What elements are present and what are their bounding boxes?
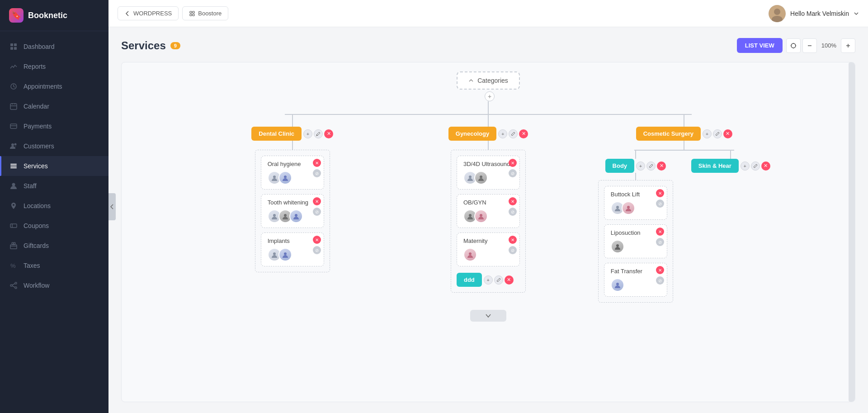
center-view-button[interactable] [786, 38, 801, 53]
tooth-whitening-actions: ✕ ⊘ [313, 197, 321, 216]
obgyn-disable-btn[interactable]: ⊘ [509, 208, 517, 216]
liposuction-delete-btn[interactable]: ✕ [656, 228, 664, 236]
body-delete-btn[interactable]: ✕ [657, 161, 666, 171]
dental-category-tag[interactable]: Dental Clinic [251, 127, 302, 141]
implants-disable-btn[interactable]: ⊘ [313, 246, 321, 254]
skin-edit-btn[interactable] [751, 161, 760, 171]
tree-canvas[interactable]: Categories + [121, 62, 855, 402]
sidebar-item-label: Customers [24, 142, 54, 150]
cosmetic-edit-btn[interactable] [713, 129, 722, 138]
maternity-title: Maternity [463, 237, 513, 244]
wordpress-btn[interactable]: WORDPRESS [118, 6, 179, 20]
zoom-in-button[interactable] [841, 38, 855, 53]
sidebar-item-label: Staff [24, 182, 37, 190]
buttock-delete-btn[interactable]: ✕ [656, 189, 664, 197]
oral-hygiene-delete-btn[interactable]: ✕ [313, 159, 321, 167]
wordpress-label: WORDPRESS [133, 10, 172, 17]
sidebar-item-label: Calendar [24, 103, 49, 110]
skin-tag[interactable]: Skin & Hear [691, 159, 739, 173]
cosmetic-add-btn[interactable]: + [703, 129, 712, 138]
page-title-row: Services 9 [121, 39, 180, 52]
cosmetic-category-tag[interactable]: Cosmetic Surgery [636, 127, 701, 141]
buttock-disable-btn[interactable]: ⊘ [656, 199, 664, 208]
gynecology-delete-btn[interactable]: ✕ [519, 129, 528, 138]
plus-icon [845, 43, 851, 48]
ultrasound-delete-btn[interactable]: ✕ [509, 159, 517, 167]
ultrasound-card: 3D/4D Ultrasound [457, 156, 520, 190]
boostore-btn[interactable]: Boostore [182, 6, 228, 20]
sidebar-item-services[interactable]: Services [0, 156, 108, 176]
maternity-disable-btn[interactable]: ⊘ [509, 246, 517, 254]
sidebar-item-dashboard[interactable]: Dashboard [0, 37, 108, 57]
logo-area: 🔖 Booknetic [0, 0, 108, 31]
ultrasound-title: 3D/4D Ultrasound [463, 161, 513, 167]
sidebar-item-payments[interactable]: Payments [0, 116, 108, 136]
implants-delete-btn[interactable]: ✕ [313, 236, 321, 244]
list-view-button[interactable]: LIST VIEW [737, 38, 783, 53]
fat-transfer-disable-btn[interactable]: ⊘ [656, 276, 664, 285]
sidebar-item-label: Locations [24, 202, 51, 209]
buttock-lift-title: Buttock Lift [611, 191, 660, 198]
body-add-btn[interactable]: + [636, 161, 645, 171]
sidebar-item-appointments[interactable]: Appointments [0, 76, 108, 96]
tooth-whitening-delete-btn[interactable]: ✕ [313, 197, 321, 205]
svg-point-48 [469, 176, 472, 178]
skin-delete-btn[interactable]: ✕ [761, 161, 770, 171]
svg-text:%: % [10, 262, 16, 269]
body-tag[interactable]: Body [605, 159, 635, 173]
maternity-delete-btn[interactable]: ✕ [509, 236, 517, 244]
zoom-out-button[interactable] [802, 38, 817, 53]
sidebar-item-taxes[interactable]: % Taxes [0, 256, 108, 275]
sidebar-item-reports[interactable]: Reports [0, 57, 108, 76]
categories-root-node[interactable]: Categories [457, 71, 520, 90]
tooth-whitening-disable-btn[interactable]: ⊘ [313, 208, 321, 216]
body-edit-btn[interactable] [646, 161, 656, 171]
dental-delete-btn[interactable]: ✕ [324, 129, 333, 138]
sidebar-item-workflow[interactable]: Workflow [0, 275, 108, 295]
gynecology-category-tag[interactable]: Gynecology [448, 127, 496, 141]
root-add-button[interactable]: + [485, 91, 495, 101]
scroll-down-indicator[interactable] [470, 310, 506, 322]
svg-point-20 [10, 285, 12, 286]
staff-icon [9, 181, 18, 190]
sidebar-item-calendar[interactable]: Calendar [0, 96, 108, 116]
dental-add-btn[interactable]: + [303, 129, 312, 138]
sidebar-item-locations[interactable]: Locations [0, 196, 108, 216]
sidebar-item-giftcards[interactable]: Giftcards [0, 236, 108, 256]
sidebar-item-staff[interactable]: Staff [0, 176, 108, 196]
obgyn-card: OB/GYN ✕ [457, 194, 520, 228]
liposuction-disable-btn[interactable]: ⊘ [656, 238, 664, 246]
right-scroll-handle[interactable] [849, 62, 855, 402]
skin-actions: + ✕ [741, 161, 770, 171]
skin-add-btn[interactable]: + [741, 161, 750, 171]
gynecology-actions: + ✕ [498, 129, 528, 138]
page-title: Services [121, 39, 166, 52]
sidebar-collapse-handle[interactable] [108, 193, 116, 220]
fat-transfer-delete-btn[interactable]: ✕ [656, 266, 664, 274]
dental-header: Dental Clinic + ✕ [251, 127, 333, 141]
ddd-add-btn[interactable]: + [484, 275, 493, 285]
cosmetic-actions: + ✕ [703, 129, 732, 138]
gynecology-edit-btn[interactable] [509, 129, 518, 138]
gynecology-add-btn[interactable]: + [498, 129, 507, 138]
liposuction-title: Liposuction [611, 229, 660, 236]
ddd-tag[interactable]: ddd [457, 273, 482, 287]
svg-point-43 [273, 214, 276, 217]
dashboard-icon [9, 42, 18, 51]
cosmetic-delete-btn[interactable]: ✕ [723, 129, 732, 138]
staff-avatar-7 [278, 248, 292, 261]
page-content: Services 9 LIST VIEW 100% [108, 27, 868, 413]
ddd-edit-btn[interactable] [494, 275, 503, 285]
svg-rect-1 [14, 43, 17, 46]
ddd-delete-btn[interactable]: ✕ [505, 275, 514, 285]
oral-hygiene-disable-btn[interactable]: ⊘ [313, 169, 321, 177]
obgyn-delete-btn[interactable]: ✕ [509, 197, 517, 205]
dental-edit-btn[interactable] [314, 129, 323, 138]
sidebar-item-customers[interactable]: Customers [0, 136, 108, 156]
ultrasound-disable-btn[interactable]: ⊘ [509, 169, 517, 177]
cosmetic-v-bottom [684, 141, 684, 150]
sidebar-item-coupons[interactable]: Coupons [0, 216, 108, 236]
target-icon [790, 43, 797, 49]
avatar-image [769, 5, 786, 22]
workflow-icon [9, 281, 18, 290]
